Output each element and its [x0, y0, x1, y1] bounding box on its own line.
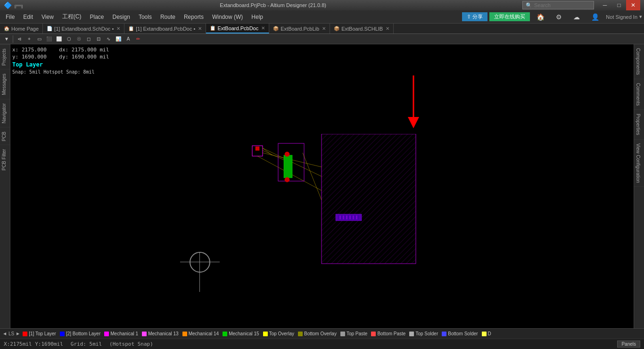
layer-mech13[interactable]: Mechanical 13	[140, 331, 180, 336]
settings-button[interactable]: ⚙	[551, 12, 567, 22]
online-purchase-button[interactable]: 立即在线购买	[489, 12, 530, 21]
tb-sep-1	[13, 35, 13, 43]
tab-close-1[interactable]: ✕	[116, 26, 120, 31]
region-btn[interactable]: ⬜	[54, 35, 64, 43]
menu-place[interactable]: Place	[86, 12, 108, 22]
layer-mech1[interactable]: Mechanical 1	[102, 331, 140, 336]
left-sidebar: Projects Messages Navigator PCB PCB Filt…	[0, 44, 10, 328]
x-value: 2175.000	[22, 47, 47, 53]
layer-top-solder-label: Top Solder	[415, 331, 438, 336]
layer-top-paste-dot	[340, 332, 345, 336]
layer-d-label: D	[488, 331, 491, 336]
layer-top[interactable]: [1] Top Layer	[21, 331, 58, 336]
pcb-canvas[interactable]: x: 2175.000 dx: 2175.000 mil y: 1690.000…	[10, 44, 634, 328]
sidebar-messages[interactable]: Messages	[0, 69, 10, 99]
layer-mech15[interactable]: Mechanical 15	[221, 331, 261, 336]
layer-top-solder-dot	[409, 332, 414, 336]
tab-extboard-pcbdoc[interactable]: 📋 ExtBoard.PcbDoc ✕	[206, 24, 269, 33]
pcb-canvas-area[interactable]: x: 2175.000 dx: 2175.000 mil y: 1690.000…	[10, 44, 634, 328]
menu-help[interactable]: Help	[248, 12, 267, 22]
panels-button[interactable]: Panels	[617, 341, 640, 348]
dx-label: dx:	[59, 47, 68, 53]
sidebar-navigator[interactable]: Navigator	[0, 99, 10, 127]
layer-bottom-overlay[interactable]: Bottom Overlay	[296, 331, 339, 336]
svg-rect-25	[356, 216, 357, 219]
layer-mech1-label: Mechanical 1	[110, 331, 138, 336]
cursor-crosshair	[190, 252, 210, 273]
shape-btn[interactable]: ⬡	[64, 35, 74, 43]
menu-view[interactable]: View	[38, 12, 58, 22]
select-btn[interactable]: ⊲	[15, 35, 24, 43]
sidebar-properties[interactable]: Properties	[634, 110, 644, 140]
minimize-button[interactable]: ─	[598, 0, 612, 10]
pen-btn[interactable]: ✏	[133, 35, 143, 43]
red-arrow-annotation	[395, 75, 432, 141]
layer-bottom[interactable]: [2] Bottom Layer	[58, 331, 102, 336]
sidebar-projects[interactable]: Projects	[0, 44, 10, 69]
tab-pcbdoc[interactable]: 📋 [1] Extandboard.PcbDoc • ✕	[124, 24, 206, 33]
app-icons: 🔷 ╔═╗	[4, 1, 24, 9]
tab-home[interactable]: 🏠 Home Page	[0, 24, 43, 33]
fill-btn[interactable]: ⬛	[44, 35, 54, 43]
cloud-button[interactable]: ☁	[569, 12, 585, 22]
layer-d[interactable]: D	[480, 331, 493, 336]
menu-file[interactable]: File	[2, 12, 18, 22]
point-btn[interactable]: ☉	[74, 35, 83, 43]
user-button[interactable]: 👤	[586, 12, 604, 22]
menu-design[interactable]: Design	[109, 12, 134, 22]
search-bar[interactable]: 🔍	[522, 1, 594, 9]
tab-close-5[interactable]: ✕	[386, 26, 389, 31]
text-btn[interactable]: A	[124, 35, 133, 43]
menu-project[interactable]: 工程(C)	[58, 11, 85, 22]
menu-window[interactable]: Window (W)	[208, 12, 247, 22]
layer-mech14-dot	[182, 332, 187, 336]
tab-pcblib[interactable]: 📦 ExtBoard.PcbLib ✕	[269, 24, 330, 33]
sidebar-pcb-filter[interactable]: PCB Filter	[0, 145, 10, 174]
layers-statusbar: ◀ LS ▶ [1] Top Layer [2] Bottom Layer Me…	[0, 328, 644, 339]
tab-schlib[interactable]: 📦 ExtBoard.SCHLIB ✕	[330, 24, 394, 33]
search-input[interactable]	[534, 2, 591, 8]
rect-btn[interactable]: ▭	[34, 35, 44, 43]
layer-next[interactable]: ▶	[15, 331, 21, 337]
layer-top-overlay-dot	[263, 332, 268, 336]
chart-btn[interactable]: 📊	[114, 35, 123, 43]
share-icon: ⇧	[467, 14, 471, 19]
home-button[interactable]: 🏠	[532, 12, 549, 22]
sidebar-comments[interactable]: Comments	[634, 79, 644, 110]
main-layout: Projects Messages Navigator PCB PCB Filt…	[0, 44, 644, 328]
layer-top-solder[interactable]: Top Solder	[407, 331, 440, 336]
layer-mech14[interactable]: Mechanical 14	[181, 331, 221, 336]
layer-top-paste[interactable]: Top Paste	[339, 331, 369, 336]
wave-btn[interactable]: ∿	[104, 35, 113, 43]
filter-btn[interactable]: ▼	[2, 35, 11, 43]
layer-bottom-paste[interactable]: Bottom Paste	[369, 331, 407, 336]
sidebar-pcb[interactable]: PCB	[0, 127, 10, 145]
layer-mech13-label: Mechanical 13	[148, 331, 178, 336]
pcbdoc-icon: 📋	[128, 26, 134, 31]
sidebar-components[interactable]: Components	[634, 44, 644, 79]
menu-reports[interactable]: Reports	[180, 12, 207, 22]
diff-btn[interactable]: ⊡	[94, 35, 103, 43]
tab-close-2[interactable]: ✕	[198, 26, 202, 31]
tab-schdoc[interactable]: 📄 [1] Extandboard.SchDoc • ✕	[43, 24, 124, 33]
cursor-horizontal	[180, 262, 220, 262]
layer-top-overlay[interactable]: Top Overlay	[261, 331, 296, 336]
menu-tools[interactable]: Tools	[135, 12, 156, 22]
menu-route[interactable]: Route	[157, 12, 179, 22]
close-button[interactable]: ✕	[626, 0, 640, 10]
hotspot-display: (Hotspot Snap)	[109, 341, 153, 347]
layer-prev[interactable]: ◀	[2, 331, 8, 337]
menu-actions: ⇧ 分享 立即在线购买 🏠 ⚙ ☁ 👤 Not Signed In ▾	[462, 12, 642, 22]
tab-close-4[interactable]: ✕	[322, 26, 326, 31]
share-button[interactable]: ⇧ 分享	[462, 12, 487, 21]
layer-display: Top Layer	[12, 61, 109, 69]
add-btn[interactable]: +	[25, 35, 34, 43]
menu-edit[interactable]: Edit	[19, 12, 37, 22]
measure-btn[interactable]: ◻	[84, 35, 93, 43]
layer-top-paste-label: Top Paste	[347, 331, 367, 336]
maximize-button[interactable]: □	[612, 0, 626, 10]
tab-close-3[interactable]: ✕	[261, 25, 265, 31]
sidebar-view-config[interactable]: View Configuration	[634, 140, 644, 187]
layer-bottom-solder[interactable]: Bottom Solder	[440, 331, 479, 336]
layer-top-label: [1] Top Layer	[29, 331, 56, 336]
